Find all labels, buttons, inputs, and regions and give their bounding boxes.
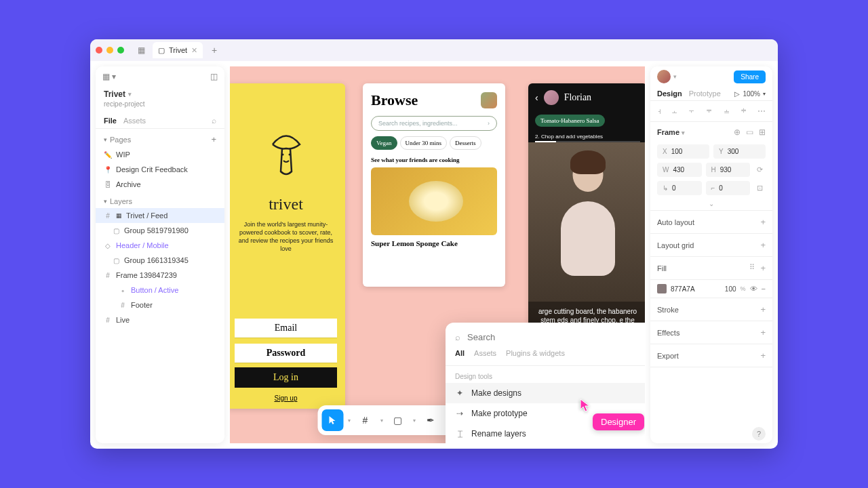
email-field[interactable]: Email <box>235 319 337 338</box>
design-tab[interactable]: Design <box>657 89 682 98</box>
share-button[interactable]: Share <box>734 70 766 83</box>
chevron-down-icon[interactable]: ▾ <box>347 418 352 424</box>
minimize-window-icon[interactable] <box>106 47 113 54</box>
file-tab[interactable]: ▢ Trivet ✕ <box>153 42 203 58</box>
figma-home-icon[interactable]: ▦ <box>134 43 149 58</box>
move-tool[interactable] <box>322 409 344 431</box>
layer-item[interactable]: ∘Button / Active <box>96 283 224 298</box>
assets-tab-button[interactable]: Assets <box>123 117 146 125</box>
fill-section[interactable]: Fill⠿+ <box>650 257 772 280</box>
resize-icon[interactable]: ⊕ <box>734 127 741 137</box>
layer-item[interactable]: ◇Header / Mobile <box>96 238 224 253</box>
autolayout-section[interactable]: Auto layout+ <box>650 211 772 234</box>
add-icon[interactable]: + <box>760 217 766 227</box>
align-right-icon[interactable]: ⫟ <box>688 106 696 116</box>
layer-item[interactable]: #Live <box>96 312 224 327</box>
search-input[interactable]: Search recipes, ingredients... › <box>371 116 497 131</box>
add-page-button[interactable]: + <box>211 134 216 144</box>
rotation-input[interactable]: ↳0 <box>657 181 702 195</box>
remove-icon[interactable]: − <box>762 285 766 293</box>
login-button[interactable]: Log in <box>235 367 337 388</box>
recipe-chip[interactable]: Tomato-Habanero Salsa <box>535 115 605 127</box>
file-tab-button[interactable]: File <box>104 117 117 125</box>
close-tab-icon[interactable]: ✕ <box>191 46 197 55</box>
constrain-icon[interactable]: ⟳ <box>754 163 766 177</box>
qa-tab-all[interactable]: All <box>455 349 465 360</box>
layer-item[interactable]: #Frame 139847239 <box>96 268 224 283</box>
filter-tag[interactable]: Desserts <box>450 136 481 150</box>
align-left-icon[interactable]: ⫞ <box>657 106 661 116</box>
frame-browse[interactable]: Browse Search recipes, ingredients... › … <box>363 83 505 287</box>
project-header[interactable]: Trivet▾ recipe-project <box>96 87 224 113</box>
chevron-down-icon[interactable]: ▾ <box>412 418 417 424</box>
search-icon[interactable]: ⌕ <box>212 116 216 125</box>
align-top-icon[interactable]: ⫧ <box>705 106 713 116</box>
pen-tool[interactable]: ✒ <box>420 409 441 431</box>
layer-item[interactable]: ▢Group 1661319345 <box>96 253 224 268</box>
fit-icon[interactable]: ⊞ <box>759 127 766 137</box>
frame-label[interactable]: Frame <box>657 128 679 136</box>
quick-actions-search-input[interactable] <box>467 332 645 342</box>
layer-item[interactable]: ▢Group 5819791980 <box>96 223 224 238</box>
rectangle-tool[interactable]: ▢ <box>387 409 409 431</box>
canvas[interactable]: trivet Join the world's largest munity-p… <box>230 66 645 443</box>
orientation-icon[interactable]: ▭ <box>746 127 753 137</box>
effects-section[interactable]: Effects+ <box>650 321 772 344</box>
filter-tag[interactable]: Vegan <box>371 136 397 150</box>
recipe-image[interactable] <box>371 167 497 235</box>
radius-input[interactable]: ⌐0 <box>706 181 751 195</box>
chevron-down-icon[interactable]: ▾ <box>763 91 766 97</box>
prototype-tab[interactable]: Prototype <box>689 89 721 98</box>
add-icon[interactable]: + <box>760 263 766 273</box>
page-item[interactable]: 🗄Archive <box>96 177 224 192</box>
add-icon[interactable]: + <box>760 327 766 338</box>
styles-icon[interactable]: ⠿ <box>749 263 755 273</box>
page-item[interactable]: 📍Design Crit Feedback <box>96 162 224 177</box>
page-item[interactable]: ✏️WIP <box>96 147 224 162</box>
align-center-h-icon[interactable]: ⫠ <box>671 106 679 116</box>
user-menu[interactable]: ▾ <box>657 70 677 83</box>
align-bottom-icon[interactable]: ⫩ <box>740 106 748 116</box>
export-section[interactable]: Export+ <box>650 344 772 367</box>
height-input[interactable]: H930 <box>706 163 751 177</box>
figma-menu-icon[interactable]: ▦ ▾ <box>102 72 116 81</box>
add-icon[interactable]: + <box>760 304 766 314</box>
add-icon[interactable]: + <box>760 240 766 250</box>
close-window-icon[interactable] <box>96 47 102 54</box>
avatar[interactable] <box>544 90 559 105</box>
qa-item-make-designs[interactable]: ✦ Make designs AI beta <box>446 383 645 403</box>
layoutgrid-section[interactable]: Layout grid+ <box>650 234 772 257</box>
independent-corners-icon[interactable]: ⊡ <box>754 181 766 195</box>
add-icon[interactable]: + <box>760 350 766 361</box>
stroke-section[interactable]: Stroke+ <box>650 298 772 321</box>
align-center-v-icon[interactable]: ⫨ <box>723 106 731 116</box>
panel-toggle-icon[interactable]: ◫ <box>210 72 218 81</box>
width-input[interactable]: W430 <box>657 163 702 177</box>
help-button[interactable]: ? <box>752 427 766 441</box>
avatar[interactable] <box>481 92 497 108</box>
play-icon[interactable]: ▷ <box>734 90 740 98</box>
visibility-icon[interactable]: 👁 <box>750 285 757 293</box>
opacity-input[interactable]: 100 <box>725 285 736 293</box>
fill-value[interactable]: 877A7A 100 % 👁 − <box>650 280 772 298</box>
frame-tool[interactable]: # <box>355 409 376 431</box>
frame-login[interactable]: trivet Join the world's largest munity-p… <box>230 83 345 409</box>
signup-link[interactable]: Sign up <box>275 394 298 402</box>
collapse-icon[interactable]: ⌄ <box>650 197 772 211</box>
new-tab-button[interactable]: + <box>207 43 222 58</box>
y-input[interactable]: Y300 <box>713 144 766 159</box>
back-icon[interactable]: ‹ <box>535 92 538 103</box>
qa-tab-assets[interactable]: Assets <box>474 349 496 360</box>
zoom-level[interactable]: 100% <box>743 90 760 98</box>
hex-input[interactable]: 877A7A <box>671 285 721 293</box>
color-swatch[interactable] <box>657 284 667 293</box>
password-field[interactable]: Password <box>235 344 337 363</box>
more-icon[interactable]: ⋯ <box>757 106 766 116</box>
layer-item[interactable]: #Footer <box>96 298 224 312</box>
filter-tag[interactable]: Under 30 mins <box>400 136 448 150</box>
layer-item[interactable]: #▦Trivet / Feed <box>96 208 224 223</box>
chevron-down-icon[interactable]: ▾ <box>379 418 384 424</box>
x-input[interactable]: X100 <box>657 144 709 159</box>
qa-tab-plugins[interactable]: Plugins & widgets <box>506 349 565 360</box>
maximize-window-icon[interactable] <box>117 47 124 54</box>
